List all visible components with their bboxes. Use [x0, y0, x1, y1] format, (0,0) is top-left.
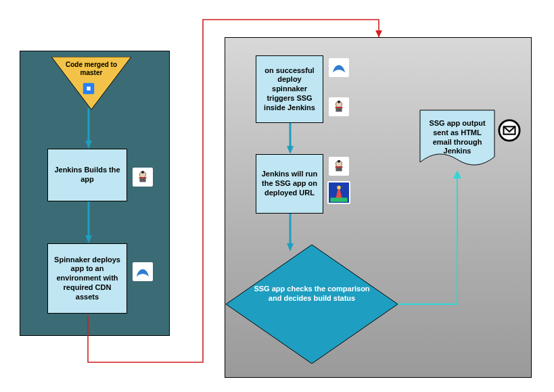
spinnaker-icon-2 [329, 58, 349, 77]
jenkins-icon [133, 168, 153, 187]
decision-ssg-check [226, 245, 398, 364]
box-spinnaker-deploy: Spinnaker deploys app to an environment … [47, 243, 127, 314]
triangle-label: Code merged to master [64, 61, 119, 77]
decision-label: SSG app checks the comparison and decide… [252, 284, 372, 303]
box-run-ssg: Jenkins will run the SSG app on deployed… [256, 154, 323, 214]
svg-marker-8 [85, 141, 92, 149]
svg-marker-30 [287, 243, 294, 251]
svg-point-14 [338, 101, 340, 103]
svg-rect-17 [336, 167, 342, 171]
bitbucket-icon [81, 81, 96, 96]
jenkins-icon-2 [329, 97, 349, 116]
svg-rect-2 [87, 87, 91, 91]
svg-rect-13 [336, 107, 342, 112]
arrow-jenkins-to-spinnaker [85, 201, 92, 243]
svg-marker-11 [375, 30, 382, 37]
arrow-success-to-run [287, 123, 294, 154]
doc-email-label: SSG app output sent as HTML email throug… [425, 119, 490, 156]
svg-rect-15 [336, 107, 343, 108]
svg-point-25 [499, 120, 520, 141]
arrow-run-to-decision [287, 214, 294, 251]
svg-marker-24 [226, 245, 398, 364]
svg-point-18 [338, 160, 340, 163]
email-icon [498, 119, 521, 142]
lighthouse-icon [327, 181, 350, 204]
svg-point-5 [141, 171, 144, 174]
spinnaker-icon [133, 262, 153, 281]
svg-point-22 [337, 186, 341, 190]
svg-rect-23 [331, 198, 348, 202]
svg-marker-28 [287, 146, 294, 154]
box-jenkins-build: Jenkins Builds the app [47, 149, 127, 201]
svg-rect-6 [139, 177, 147, 178]
svg-marker-10 [85, 235, 92, 243]
svg-rect-19 [336, 166, 343, 168]
arrow-tri-to-jenkins [85, 108, 92, 149]
jenkins-icon-3 [329, 157, 349, 176]
box-success-deploy: on successful deploy spinnaker triggers … [256, 55, 323, 123]
svg-rect-4 [139, 178, 145, 182]
